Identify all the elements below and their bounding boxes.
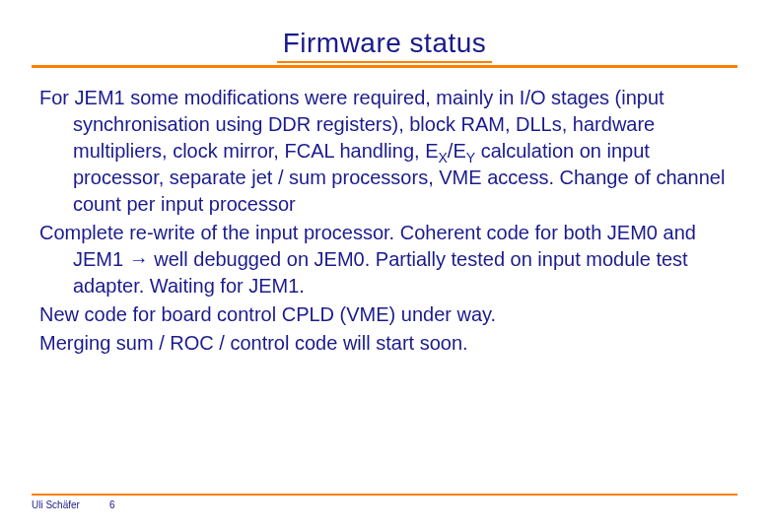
- paragraph-2: Complete re-write of the input processor…: [39, 220, 737, 299]
- p2-text-b: well debugged on JEM0. Partially tested …: [73, 248, 688, 297]
- slide-body: For JEM1 some modifications were require…: [39, 85, 737, 359]
- paragraph-1: For JEM1 some modifications were require…: [39, 85, 737, 218]
- subscript-y: Y: [466, 150, 475, 166]
- slide-title: Firmware status: [277, 28, 493, 63]
- arrow-icon: →: [129, 248, 149, 270]
- slide: Firmware status For JEM1 some modificati…: [0, 0, 769, 532]
- title-rule: [32, 65, 737, 68]
- footer-page-number: 6: [109, 499, 115, 510]
- footer-author: Uli Schäfer: [32, 499, 80, 510]
- p1-text-b: /E: [448, 140, 466, 162]
- paragraph-4: Merging sum / ROC / control code will st…: [39, 330, 737, 357]
- footer: Uli Schäfer 6: [32, 494, 737, 510]
- paragraph-3: New code for board control CPLD (VME) un…: [39, 301, 737, 328]
- subscript-x: X: [439, 150, 448, 166]
- title-wrap: Firmware status: [0, 0, 769, 63]
